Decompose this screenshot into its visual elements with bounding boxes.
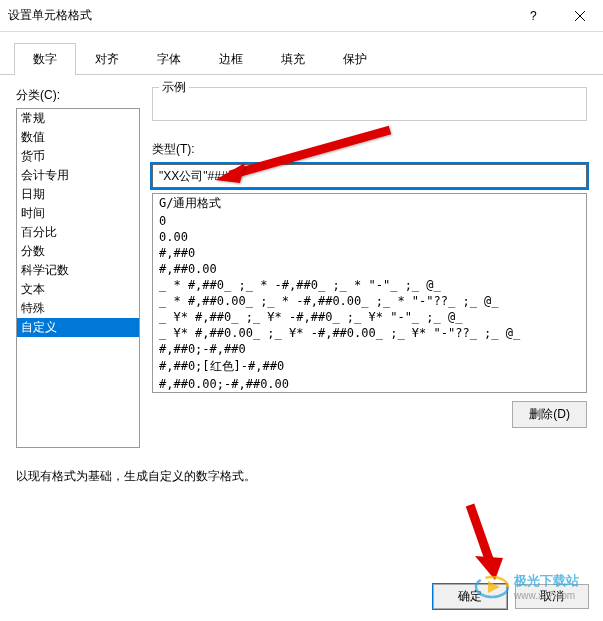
window-title: 设置单元格格式 [8, 7, 511, 24]
category-item-accounting[interactable]: 会计专用 [17, 166, 139, 185]
help-button[interactable]: ? [511, 0, 557, 32]
category-item-date[interactable]: 日期 [17, 185, 139, 204]
svg-marker-2 [475, 556, 503, 580]
type-item[interactable]: #,##0 [153, 245, 586, 261]
annotation-arrow-icon [415, 500, 515, 580]
type-item[interactable]: #,##0;[红色]-#,##0 [153, 357, 586, 376]
tab-fill[interactable]: 填充 [262, 43, 324, 75]
svg-text:?: ? [530, 10, 537, 22]
tab-number[interactable]: 数字 [14, 43, 76, 75]
type-item[interactable]: _ ¥* #,##0_ ;_ ¥* -#,##0_ ;_ ¥* "-"_ ;_ … [153, 309, 586, 325]
sample-label: 示例 [159, 79, 189, 96]
tab-protection[interactable]: 保护 [324, 43, 386, 75]
type-item[interactable]: 0 [153, 213, 586, 229]
type-input[interactable] [152, 164, 587, 188]
category-item-text[interactable]: 文本 [17, 280, 139, 299]
delete-row: 删除(D) [152, 401, 587, 428]
category-item-percentage[interactable]: 百分比 [17, 223, 139, 242]
type-item[interactable]: _ * #,##0.00_ ;_ * -#,##0.00_ ;_ * "-"??… [153, 293, 586, 309]
delete-button[interactable]: 删除(D) [512, 401, 587, 428]
close-button[interactable] [557, 0, 603, 32]
type-label: 类型(T): [152, 141, 587, 158]
tab-font[interactable]: 字体 [138, 43, 200, 75]
type-item[interactable]: _ * #,##0_ ;_ * -#,##0_ ;_ * "-"_ ;_ @_ [153, 277, 586, 293]
ok-button[interactable]: 确定 [433, 584, 507, 609]
category-item-number[interactable]: 数值 [17, 128, 139, 147]
right-panel: 示例 类型(T): G/通用格式 0 0.00 #,##0 #,##0.00 _… [152, 87, 587, 448]
type-item[interactable]: #,##0.00 [153, 261, 586, 277]
type-item[interactable]: G/通用格式 [153, 194, 586, 213]
category-item-scientific[interactable]: 科学记数 [17, 261, 139, 280]
footer: 确定 取消 [433, 584, 589, 609]
category-list[interactable]: 常规 数值 货币 会计专用 日期 时间 百分比 分数 科学记数 文本 特殊 自定… [16, 108, 140, 448]
tab-alignment[interactable]: 对齐 [76, 43, 138, 75]
sample-box: 示例 [152, 87, 587, 121]
type-item[interactable]: #,##0;-#,##0 [153, 341, 586, 357]
type-item[interactable]: 0.00 [153, 229, 586, 245]
tab-bar: 数字 对齐 字体 边框 填充 保护 [0, 32, 603, 75]
left-panel: 分类(C): 常规 数值 货币 会计专用 日期 时间 百分比 分数 科学记数 文… [16, 87, 140, 448]
category-item-custom[interactable]: 自定义 [17, 318, 139, 337]
category-item-fraction[interactable]: 分数 [17, 242, 139, 261]
content-area: 分类(C): 常规 数值 货币 会计专用 日期 时间 百分比 分数 科学记数 文… [0, 75, 603, 448]
category-label: 分类(C): [16, 87, 140, 104]
titlebar: 设置单元格格式 ? [0, 0, 603, 32]
tab-border[interactable]: 边框 [200, 43, 262, 75]
category-item-time[interactable]: 时间 [17, 204, 139, 223]
category-item-currency[interactable]: 货币 [17, 147, 139, 166]
type-list[interactable]: G/通用格式 0 0.00 #,##0 #,##0.00 _ * #,##0_ … [152, 193, 587, 393]
type-item[interactable]: _ ¥* #,##0.00_ ;_ ¥* -#,##0.00_ ;_ ¥* "-… [153, 325, 586, 341]
category-item-special[interactable]: 特殊 [17, 299, 139, 318]
type-item[interactable]: #,##0.00;-#,##0.00 [153, 376, 586, 392]
hint-text: 以现有格式为基础，生成自定义的数字格式。 [16, 468, 587, 485]
category-item-general[interactable]: 常规 [17, 109, 139, 128]
cancel-button[interactable]: 取消 [515, 584, 589, 609]
